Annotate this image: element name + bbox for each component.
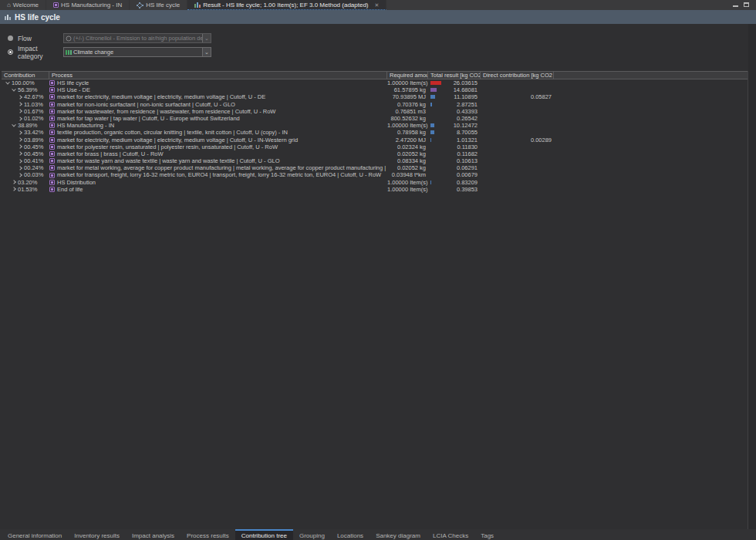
bottom-tab-sankey-diagram[interactable]: Sankey diagram [370,529,427,540]
total-result-value: 0.06291 [457,164,478,171]
table-row[interactable]: 01.53%End of life1.00000 Item(s)0.39853 [2,186,748,193]
impact-category-combo-arrow-icon[interactable]: ⌄ [202,48,211,56]
contribution-percent: 01.53% [18,186,37,193]
application-window: ⌂WelcomeHS Manufacturing - INHS life cyc… [0,0,756,540]
table-row[interactable]: 01.02%market for tap water | tap water |… [2,115,748,122]
table-row[interactable]: 42.67%market for electricity, medium vol… [2,93,748,100]
contribution-cell: 03.89% [2,137,49,143]
expand-arrow-icon[interactable] [18,159,22,164]
collapse-arrow-icon[interactable] [12,122,16,127]
tab-welcome[interactable]: ⌂Welcome [0,0,46,10]
contribution-bar [430,123,434,127]
contribution-cell: 03.20% [2,179,49,186]
bottom-tab-contribution-tree[interactable]: Contribution tree [235,529,293,540]
bottom-tab-lcia-checks[interactable]: LCIA Checks [427,529,474,540]
table-row[interactable]: 38.89%HS Manufacturing - IN1.00000 Item(… [2,122,748,129]
table-row[interactable]: 00.03%market for transport, freight, lor… [2,171,748,178]
total-result-cell: 14.68081 [428,86,481,93]
process-icon [49,187,55,192]
expand-arrow-icon[interactable] [18,152,22,157]
process-cell: market for tap water | tap water | Cutof… [49,115,387,122]
collapse-arrow-icon[interactable] [12,87,16,92]
process-icon [49,158,55,164]
table-row[interactable]: 01.67%market for wastewater, from reside… [2,108,748,115]
contribution-bar [430,81,441,85]
collapse-arrow-icon[interactable] [5,79,10,84]
impact-category-combo[interactable]: Climate change ⌄ [63,47,211,57]
contribution-cell: 33.42% [2,129,49,136]
process-cell: market for brass | brass | Cutoff, U - R… [49,150,387,157]
process-name: HS Distribution [57,179,96,186]
process-name: market for tap water | tap water | Cutof… [57,115,240,122]
process-icon [49,180,55,185]
direct-contribution-cell [481,171,554,178]
required-amount-cell: 2.47200 MJ [387,137,428,143]
bottom-tab-inventory-results[interactable]: Inventory results [68,529,126,540]
process-icon [53,2,59,8]
expand-arrow-icon[interactable] [18,95,22,100]
impact-category-icon [66,49,72,56]
tab-result-hs-life-cycle-1-00-item-s-ef-3-0-method-adapted[interactable]: Result - HS life cycle; 1.00 Item(s); EF… [187,0,386,10]
contribution-cell: 00.41% [2,157,49,164]
bottom-tab-impact-analysis[interactable]: Impact analysis [126,529,181,540]
expand-arrow-icon[interactable] [18,144,22,149]
result-icon [194,2,201,8]
process-name: market for electricity, medium voltage |… [57,137,298,143]
column-header-process[interactable]: Process [49,72,387,79]
table-row[interactable]: 11.03%market for non-ionic surfactant | … [2,101,748,108]
column-header-total-result-kg-co2-eq[interactable]: Total result [kg CO2 eq] [428,72,481,79]
contribution-percent: 33.42% [24,129,43,136]
close-icon[interactable]: ✕ [375,2,380,8]
tab-hs-life-cycle[interactable]: HS life cycle [130,0,187,10]
column-header-direct-contribution-kg-co2-eq[interactable]: Direct contribution [kg CO2 eq] [481,72,554,79]
bottom-tab-grouping[interactable]: Grouping [293,529,331,540]
table-row[interactable]: 03.89%market for electricity, medium vol… [2,137,748,143]
contribution-percent: 03.20% [18,179,37,186]
table-row[interactable]: 56.39%HS Use - DE61.57895 kg14.68081 [2,86,748,93]
direct-contribution-cell: 0.05827 [481,93,554,100]
table-row[interactable]: 00.24%market for metal working, average … [2,164,748,171]
column-header-contribution[interactable]: Contribution [2,72,49,79]
required-amount-cell: 0.08334 kg [387,157,428,164]
view-controls [726,0,756,10]
maximize-icon[interactable] [744,2,749,8]
expand-arrow-icon[interactable] [18,116,22,121]
expand-arrow-icon[interactable] [12,187,16,192]
tab-hs-manufacturing-in[interactable]: HS Manufacturing - IN [46,0,130,10]
expand-arrow-icon[interactable] [18,130,22,135]
expand-arrow-icon[interactable] [18,110,22,114]
bottom-tab-bar: General informationInventory resultsImpa… [0,529,756,540]
impact-category-radio[interactable] [8,49,13,55]
process-name: market for waste yarn and waste textile … [57,157,279,164]
process-name: HS life cycle [57,79,89,86]
expand-arrow-icon[interactable] [12,180,16,184]
process-icon [49,165,55,170]
process-cell: HS Manufacturing - IN [49,122,387,129]
expand-arrow-icon[interactable] [18,166,22,170]
expand-arrow-icon[interactable] [18,173,22,177]
contribution-percent: 56.39% [18,86,37,93]
table-row[interactable]: 00.45%market for brass | brass | Cutoff,… [2,150,748,157]
process-icon [49,109,55,114]
table-row[interactable]: 33.42%textile production, organic cotton… [2,129,748,136]
bottom-tab-locations[interactable]: Locations [331,529,370,540]
process-cell: End of life [49,186,387,193]
total-result-value: 0.43393 [457,108,478,115]
process-name: market for wastewater, from residence | … [57,108,275,115]
process-name: market for non-ionic surfactant | non-io… [57,101,235,108]
expand-arrow-icon[interactable] [18,102,22,106]
expand-arrow-icon[interactable] [18,137,22,142]
minimize-icon[interactable] [733,2,738,8]
required-amount-cell: 0.70376 kg [387,101,428,108]
bottom-tab-general-information[interactable]: General information [2,529,68,540]
bottom-tab-tags[interactable]: Tags [474,529,500,540]
flow-radio[interactable] [8,35,13,41]
column-header-required-amount[interactable]: Required amount [387,72,428,79]
table-row[interactable]: 100.00%HS life cycle1.00000 Item(s)26.03… [2,79,748,86]
contribution-cell: 42.67% [2,93,49,100]
bottom-tab-process-results[interactable]: Process results [181,529,235,540]
column-header-filler [554,72,748,79]
table-row[interactable]: 00.45%market for polyester resin, unsatu… [2,143,748,150]
table-row[interactable]: 00.41%market for waste yarn and waste te… [2,157,748,164]
table-row[interactable]: 03.20%HS Distribution1.00000 Item(s)0.83… [2,179,748,186]
